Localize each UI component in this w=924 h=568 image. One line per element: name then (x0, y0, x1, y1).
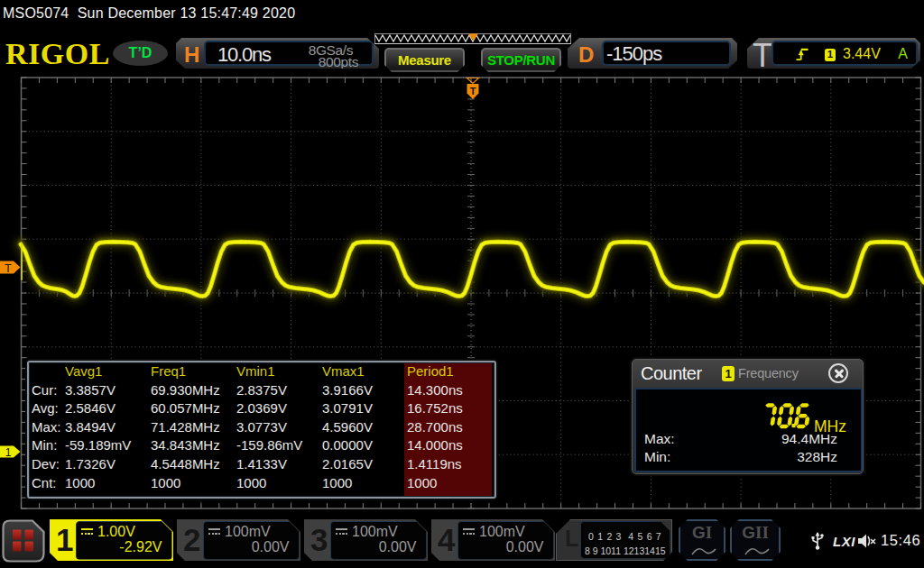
svg-text:T: T (470, 86, 476, 96)
svg-text:1: 1 (5, 446, 12, 459)
svg-text:T: T (5, 262, 12, 275)
